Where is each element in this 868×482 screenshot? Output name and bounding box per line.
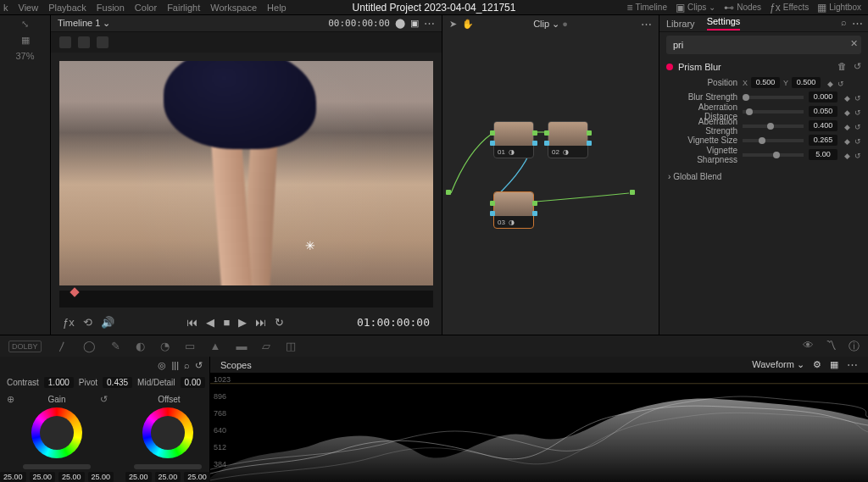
log-mode-icon[interactable]: ⌕ [184,360,190,370]
contrast-field[interactable]: 1.000 [44,377,74,388]
nodes-module[interactable]: ⊷Nodes [724,2,761,14]
trash-icon[interactable]: 🗑 [837,61,847,72]
more-icon[interactable]: ⋯ [847,358,858,371]
val-field[interactable]: 25.00 [155,472,181,482]
center-marker-icon[interactable]: ✳ [305,239,315,252]
pointer-icon[interactable]: ➤ [449,19,457,30]
middetail-field[interactable]: 0.00 [181,377,205,388]
val-field[interactable]: 25.00 [184,472,210,482]
value-field[interactable]: 5.00 [809,149,837,160]
value-field[interactable]: 0.400 [809,120,837,131]
timeline-name[interactable]: Timeline 1 ⌄ [58,18,110,29]
timecode-out[interactable]: 01:00:00:00 [357,316,430,329]
timeline-module[interactable]: ≡Timeline [627,2,667,14]
reset-param-icon[interactable]: ↺ [854,137,861,144]
first-frame-button[interactable]: ⏮ [186,316,198,329]
menu-item[interactable]: Playback [48,3,86,13]
scrub-bar[interactable] [59,291,433,307]
node-02[interactable]: 02◑ [548,121,588,158]
effects-module[interactable]: ƒxEffects [770,2,809,14]
keyframe-icon[interactable]: ◆ [844,108,851,115]
viewer-preview[interactable]: ✳ [59,61,433,285]
val-field[interactable]: 25.00 [58,472,85,482]
record-icon[interactable]: ⬤ [395,18,405,29]
lightbox-module[interactable]: ▦Lightbox [817,2,861,14]
global-blend-section[interactable]: › Global Blend [659,167,868,186]
bypass-icon[interactable]: ƒx [63,316,75,329]
slider[interactable] [743,110,804,114]
menu-item[interactable]: Color [135,3,157,13]
next-frame-button[interactable]: ⏭ [255,316,266,329]
layout-icon[interactable]: ▦ [830,359,838,370]
menu-item[interactable]: Fusion [97,3,125,13]
graph-output-port[interactable] [630,190,635,195]
value-field[interactable]: 0.050 [809,106,837,117]
reset-param-icon[interactable]: ↺ [837,80,844,86]
scopes-mode[interactable]: Waveform ⌄ [752,359,804,370]
more-icon[interactable]: ⋯ [641,18,652,30]
tab-settings[interactable]: Settings [707,16,741,30]
value-field[interactable]: 0.000 [809,91,837,102]
image-wipe-icon[interactable] [59,36,71,48]
value-field[interactable]: 0.265 [809,135,837,146]
reset-param-icon[interactable]: ↺ [854,123,861,130]
sizing-icon[interactable]: ▱ [262,340,270,352]
bars-mode-icon[interactable]: ||| [171,360,179,370]
expand-icon[interactable]: ⤡ [21,19,29,30]
highlight-icon[interactable] [97,36,108,48]
slider[interactable] [743,125,804,128]
reset-icon[interactable]: ↺ [195,360,203,371]
menu-item[interactable]: Workspace [210,3,257,13]
clips-module[interactable]: ▣Clips⌄ [676,2,715,14]
search-input[interactable] [666,36,861,54]
dolby-icon[interactable]: DOLBY [8,341,42,352]
keyframe-icon[interactable]: ◆ [827,80,834,86]
wheels-icon[interactable]: ◯ [83,340,96,352]
blur-icon[interactable]: ▲ [210,340,221,352]
reset-icon[interactable]: ↺ [100,394,108,405]
color-wheel[interactable] [31,407,82,458]
more-icon[interactable]: ⋯ [424,17,435,30]
stop-button[interactable]: ■ [223,316,230,329]
val-field[interactable]: 25.00 [125,472,152,482]
jog-wheel[interactable] [23,464,91,469]
reset-icon[interactable]: ↺ [854,61,861,72]
menu-item[interactable]: View [19,3,39,13]
scopes-icon[interactable]: 〽 [826,339,837,354]
curves-icon[interactable]: 〳 [57,340,68,352]
eyedropper-icon[interactable]: ✎ [111,340,120,352]
tab-library[interactable]: Library [666,19,695,29]
stereo-icon[interactable]: ◫ [286,340,296,352]
play-button[interactable]: ▶ [238,316,247,329]
node-01[interactable]: 01◑ [493,121,534,158]
reset-param-icon[interactable]: ↺ [854,94,861,101]
reset-param-icon[interactable]: ↺ [854,108,861,115]
visibility-icon[interactable]: 👁 [803,339,814,354]
position-x-field[interactable]: 0.500 [751,77,780,88]
tracker-icon[interactable]: ▭ [185,340,195,352]
keyframe-icon[interactable]: ◆ [844,137,851,144]
qualifier-icon[interactable]: ◐ [136,340,145,352]
slider[interactable] [743,96,804,99]
menu-item[interactable]: Fairlight [167,3,200,13]
pan-icon[interactable]: ✋ [462,19,474,30]
clear-search-icon[interactable]: ✕ [850,38,858,49]
zoom-label[interactable]: 37% [15,51,34,61]
expand-icon[interactable]: ▣ [410,18,419,29]
keyframe-icon[interactable]: ◆ [844,123,851,130]
settings-icon[interactable]: ⚙ [813,359,821,370]
jog-wheel[interactable] [134,464,202,469]
mute-icon[interactable]: ⟲ [83,316,92,329]
search-icon[interactable]: ⌕ [841,17,847,30]
effect-enable-icon[interactable] [666,64,673,70]
graph-input-port[interactable] [446,190,451,195]
split-view-icon[interactable] [78,36,90,48]
node-graph[interactable]: 01◑ 02◑ 03◑ [442,32,659,335]
waveform-scope[interactable]: 1023 896 768 640 512 384 [210,374,868,482]
window-icon[interactable]: ◔ [160,340,170,352]
link-icon[interactable]: ⊕ [7,394,14,405]
node-scope-label[interactable]: Clip ⌄ ● [533,19,568,30]
more-icon[interactable]: ⋯ [852,17,863,30]
val-field[interactable]: 25.00 [0,472,26,482]
keyframe-icon[interactable]: ◆ [844,94,851,101]
